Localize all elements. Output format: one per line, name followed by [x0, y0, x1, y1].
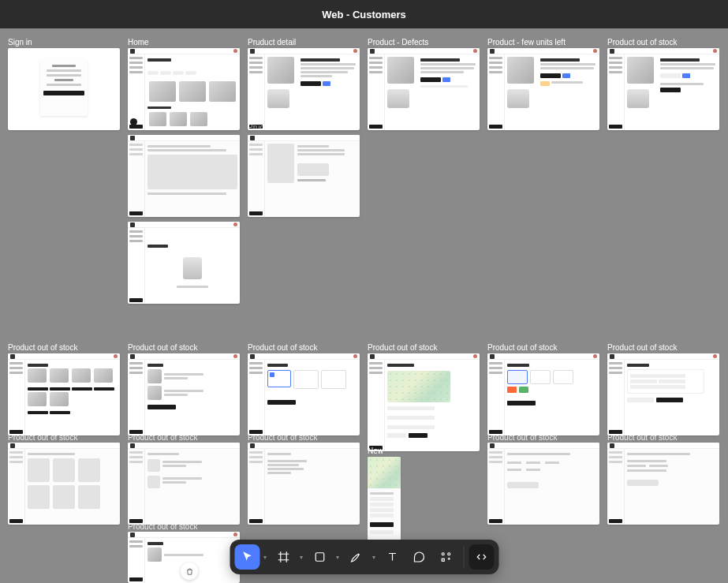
- text-tool-button[interactable]: [379, 544, 405, 570]
- frame-payment-form[interactable]: [607, 353, 719, 435]
- frame-label-poos-2f[interactable]: Product out of stock: [607, 343, 677, 352]
- frame-payment-wire[interactable]: [487, 443, 599, 525]
- frame-label-poos-2b3[interactable]: Product out of stock: [128, 522, 197, 531]
- frame-home[interactable]: [128, 48, 240, 130]
- shape-tool-chevron[interactable]: ▾: [334, 544, 342, 570]
- frame-new-address[interactable]: [368, 353, 480, 451]
- frame-address[interactable]: [248, 353, 360, 435]
- frame-stones[interactable]: [8, 353, 120, 435]
- signin-card: [40, 59, 88, 116]
- frame-label-poos-2c[interactable]: Product out of stock: [248, 343, 317, 352]
- frame-home-empty[interactable]: [128, 222, 240, 304]
- comment-tool-button[interactable]: [406, 544, 431, 570]
- cursor-icon: [240, 550, 254, 564]
- frame-product-detail[interactable]: [248, 48, 360, 130]
- actions-tool-button[interactable]: [433, 544, 458, 570]
- topbar: [128, 48, 240, 54]
- frame-label-pdetail[interactable]: Pruduct detail: [248, 38, 296, 47]
- move-tool-button[interactable]: [234, 544, 259, 570]
- dev-mode-button[interactable]: [469, 544, 494, 570]
- frame-label-home[interactable]: Home: [128, 38, 149, 47]
- rectangle-icon: [312, 550, 327, 564]
- frame-label-pfew[interactable]: Product - few units left: [487, 38, 566, 47]
- shopping-bag-fab[interactable]: [181, 562, 198, 580]
- pen-icon: [349, 550, 363, 564]
- text-icon: [385, 550, 399, 564]
- shape-tool-button[interactable]: [307, 544, 332, 570]
- frame-signin[interactable]: [8, 48, 120, 130]
- frame-cart[interactable]: [128, 353, 240, 435]
- frame-label-signin[interactable]: Sign in: [8, 38, 32, 47]
- page-title: Web - Customers: [322, 9, 406, 21]
- comment-icon: [412, 550, 426, 564]
- floating-action: [130, 118, 137, 125]
- design-canvas[interactable]: Web - Customers Sign in Home: [0, 0, 728, 583]
- frame-label-poos-2a[interactable]: Product out of stock: [8, 343, 77, 352]
- shopping-bag-icon: [185, 567, 194, 576]
- frame-label-poos-1[interactable]: Product out of stock: [607, 38, 677, 47]
- frame-label-poos-2c2[interactable]: Product out of stock: [248, 433, 317, 442]
- bottom-toolbar: ▾ ▾ ▾ ▾: [230, 540, 498, 574]
- actions-icon: [439, 550, 453, 564]
- frame-pdetail-wire[interactable]: [248, 135, 360, 217]
- svg-rect-0: [315, 553, 324, 562]
- frame-cart-wire[interactable]: [128, 443, 240, 525]
- frame-product-defects[interactable]: [368, 48, 480, 130]
- frame-label-pdetail-overlap[interactable]: Pruduct detail: [248, 123, 296, 132]
- pen-tool-button[interactable]: [343, 544, 368, 570]
- code-icon: [474, 550, 488, 564]
- frame-label-poos-2a2[interactable]: Product out of stock: [8, 433, 77, 442]
- frame-tool-button[interactable]: [271, 544, 296, 570]
- frame-label-poos-2e[interactable]: Product out of stock: [487, 343, 557, 352]
- frame-label-new[interactable]: New: [368, 447, 383, 455]
- frame-address-wire[interactable]: [248, 443, 360, 525]
- frame-label-poos-2e2[interactable]: Product out of stock: [487, 433, 557, 442]
- frame-label-poos-2b2[interactable]: Product out of stock: [128, 433, 197, 442]
- frame-home-wire[interactable]: [128, 135, 240, 217]
- move-tool-chevron[interactable]: ▾: [261, 544, 269, 570]
- svg-point-1: [442, 553, 444, 555]
- frame-tool-chevron[interactable]: ▾: [297, 544, 305, 570]
- toolbar-divider: [463, 546, 464, 568]
- frame-payment[interactable]: [487, 353, 599, 435]
- frame-label-poos-2f2[interactable]: Product out of stock: [607, 433, 677, 442]
- frame-label-pdefects[interactable]: Product - Defects: [368, 38, 428, 47]
- page-header-bar: Web - Customers: [0, 0, 728, 28]
- frame-poos-1[interactable]: [607, 48, 719, 130]
- frame-label-poos-2d[interactable]: Product out of stock: [368, 343, 437, 352]
- frame-product-few[interactable]: [487, 48, 599, 130]
- pen-tool-chevron[interactable]: ▾: [370, 544, 378, 570]
- frame-label-poos-2b[interactable]: Product out of stock: [128, 343, 197, 352]
- svg-rect-3: [442, 559, 444, 561]
- frame-icon: [276, 550, 290, 564]
- svg-point-2: [447, 553, 450, 555]
- home-main: [145, 54, 240, 130]
- frame-payment-form-wire[interactable]: [607, 443, 719, 525]
- frame-stones-wire[interactable]: [8, 443, 120, 525]
